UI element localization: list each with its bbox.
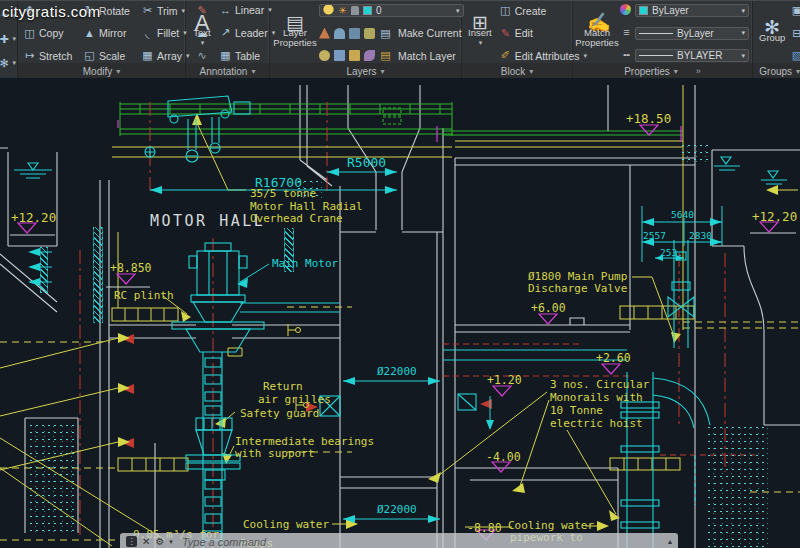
level-18-50: +18.50: [626, 111, 671, 126]
chevron-down-icon: ▾: [529, 67, 533, 76]
recent-commands-icon[interactable]: ▾: [169, 538, 173, 546]
copy-button[interactable]: ◫Copy: [21, 27, 79, 40]
fillet-button[interactable]: ◟Fillet▾: [139, 27, 189, 40]
mirror-button[interactable]: ▲Mirror: [81, 27, 137, 40]
layer-properties-button[interactable]: ▤ Layer Properties: [273, 3, 317, 63]
ungroup-icon[interactable]: ▣: [790, 4, 800, 17]
command-grip-icon[interactable]: ⋮: [126, 536, 137, 547]
sun-icon: ☀: [338, 5, 347, 16]
chevron-down-icon: ▾: [796, 67, 800, 76]
panel-layers: ▤ Layer Properties ☀ 0 ▾: [270, 1, 462, 79]
close-icon[interactable]: ✕: [142, 536, 150, 547]
linetype-dropdown[interactable]: BYLAYER ▾: [635, 49, 749, 62]
group-edit-icon[interactable]: ⊟: [790, 27, 800, 40]
collapse-icon[interactable]: ▴: [668, 537, 672, 546]
chevron-down-icon: ▾: [12, 59, 16, 67]
chevron-down-icon: ▾: [479, 38, 483, 48]
lineweight-dropdown[interactable]: ByLayer ▾: [635, 27, 749, 40]
dim-2830: 2830: [689, 230, 712, 241]
layer-on-icon[interactable]: [319, 50, 330, 61]
leader-button[interactable]: ↗Leader▾: [217, 26, 277, 39]
lightbulb-icon: [323, 5, 334, 16]
panel-caption-properties[interactable]: Properties▾»: [573, 63, 752, 79]
label-main-motor: Main Motor: [272, 257, 339, 270]
lineweight-icon: ≡: [620, 26, 633, 38]
command-input[interactable]: Type a command: [182, 536, 266, 548]
level-12-20-left: +12.20: [11, 210, 56, 225]
color-wheel-icon: [620, 4, 631, 15]
layer-unlock-icon[interactable]: [349, 50, 360, 61]
scale-button[interactable]: ◱Scale: [81, 49, 137, 62]
label-cooling-left: Cooling water: [243, 518, 329, 531]
lock-icon: [351, 6, 359, 15]
array-button[interactable]: ▦Array▾: [139, 49, 192, 62]
table-button[interactable]: ▦Table: [217, 49, 277, 62]
ribbon: ✦▾ ✚▾ ✻▾ ✥ ↻Rotate ✂Trim▾ ◫Copy ▲Mirror …: [0, 0, 800, 78]
linear-dimension-button[interactable]: ↔Linear▾: [217, 4, 277, 16]
dim-253: 253.: [660, 247, 683, 258]
level-8-850: +8.850: [110, 261, 152, 275]
command-bar[interactable]: ⋮ ✕ ⚙ ▾ Type a command ▴: [120, 533, 678, 548]
wall-hatch-band: [284, 228, 294, 272]
layers-icon: ▤: [379, 27, 392, 40]
linetype-icon: ╍: [620, 49, 633, 62]
layer-dropdown[interactable]: ☀ 0 ▾: [319, 4, 464, 17]
panel-caption-layers[interactable]: Layers▾: [270, 63, 461, 79]
scale-icon: ◱: [83, 49, 96, 62]
panel-launcher-icon[interactable]: »: [696, 66, 701, 76]
level-minus-4-00: -4.00: [486, 450, 521, 464]
match-properties-button[interactable]: ✍ Match Properties: [576, 3, 618, 63]
clipped-tool-button[interactable]: ✚▾: [0, 33, 16, 46]
dim-r5000: R5000: [347, 155, 386, 170]
panel-caption-annotation[interactable]: Annotation▾: [186, 63, 269, 79]
layer-isolate-icon[interactable]: [334, 28, 345, 39]
trim-button[interactable]: ✂Trim▾: [139, 4, 187, 17]
color-value: ByLayer: [652, 5, 689, 16]
table-icon: ▦: [219, 49, 232, 62]
chevron-down-icon: ▾: [741, 7, 745, 15]
edit-attribute-icon: ✐: [499, 49, 512, 62]
label-rc-plinth: RC plinth: [114, 289, 174, 302]
object-color-dropdown[interactable]: ByLayer ▾: [635, 4, 749, 17]
group-button[interactable]: ✻ Group: [756, 3, 788, 63]
label-motor-hall: MOTOR HALL: [150, 212, 265, 230]
group-selection-icon[interactable]: ▧: [790, 49, 800, 62]
match-layer-button[interactable]: Match Layer: [396, 50, 458, 62]
panel-caption-modify[interactable]: Modify▾: [18, 63, 185, 79]
panel-annotation: A Text ▾ ↔Linear▾ ↗Leader▾ ▦Table Annota…: [186, 1, 270, 79]
chevron-down-icon: ▾: [741, 52, 745, 60]
label-monorail-3: 10 Tonne: [550, 404, 603, 417]
label-valve-2: Discharge Valve: [528, 282, 627, 295]
layer-walk-icon[interactable]: [364, 50, 375, 61]
chevron-down-icon: ▾: [381, 67, 385, 76]
layer-pin-icon[interactable]: [319, 28, 330, 39]
edit-block-icon: ✎: [499, 27, 512, 40]
concrete-hatch: [706, 424, 768, 548]
dim-5640: 5640: [671, 209, 694, 220]
current-layer-name: 0: [376, 5, 382, 16]
color-swatch: [639, 6, 648, 15]
concrete-hatch: [680, 142, 710, 164]
layer-freeze-icon[interactable]: [349, 28, 360, 39]
chevron-down-icon: ▾: [741, 29, 745, 37]
label-bearings-2: with support: [235, 447, 314, 460]
leader-icon: ↗: [219, 26, 232, 39]
text-button[interactable]: A Text ▾: [189, 3, 215, 63]
layer-lock-icon[interactable]: [364, 28, 375, 39]
dim-22000-top: Ø22000: [377, 365, 417, 378]
make-current-button[interactable]: Make Current: [396, 27, 464, 39]
customize-wrench-icon[interactable]: ⚙: [155, 536, 164, 547]
chevron-down-icon: ▾: [251, 67, 255, 76]
linetype-sample: [639, 55, 673, 56]
stretch-button[interactable]: ↦Stretch: [21, 49, 79, 62]
panel-caption-groups[interactable]: Groups▾: [753, 63, 800, 79]
label-crane-3: Overhead Crane: [250, 212, 343, 225]
watermark: citygratis.com: [2, 3, 101, 20]
panel-caption-block[interactable]: Block▾: [462, 63, 572, 79]
autocad-window: ✦▾ ✚▾ ✻▾ ✥ ↻Rotate ✂Trim▾ ◫Copy ▲Mirror …: [0, 0, 800, 548]
linear-dimension-icon: ↔: [219, 4, 232, 16]
layer-thaw-icon[interactable]: [334, 50, 345, 61]
label-return: Return: [263, 380, 303, 393]
clipped-tool-button[interactable]: ✻▾: [0, 57, 16, 70]
insert-button[interactable]: ⊞ Insert ▾: [465, 3, 495, 63]
